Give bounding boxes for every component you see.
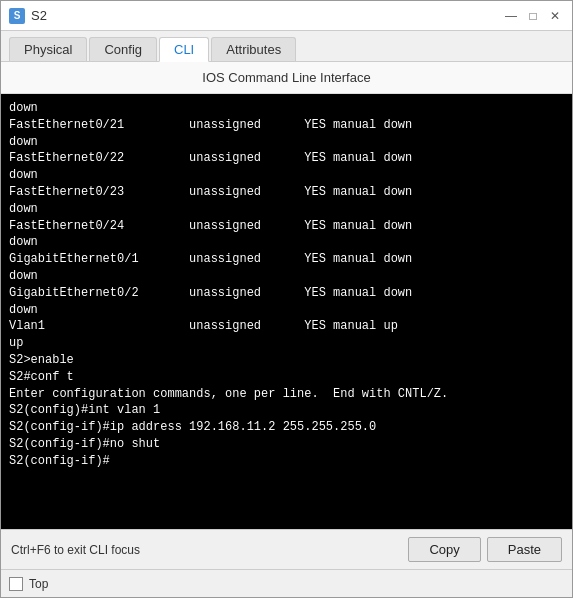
section-title: IOS Command Line Interface xyxy=(1,62,572,94)
bottom-bar: Ctrl+F6 to exit CLI focus Copy Paste xyxy=(1,529,572,569)
cli-hint: Ctrl+F6 to exit CLI focus xyxy=(11,543,140,557)
paste-button[interactable]: Paste xyxy=(487,537,562,562)
maximize-button[interactable]: □ xyxy=(524,7,542,25)
button-group: Copy Paste xyxy=(408,537,562,562)
footer-bar: Top xyxy=(1,569,572,597)
tab-attributes[interactable]: Attributes xyxy=(211,37,296,61)
tab-config[interactable]: Config xyxy=(89,37,157,61)
main-window: S S2 — □ ✕ Physical Config CLI Attribute… xyxy=(0,0,573,598)
tab-bar: Physical Config CLI Attributes xyxy=(1,31,572,62)
terminal-output[interactable]: down FastEthernet0/21 unassigned YES man… xyxy=(1,94,572,529)
content-area: IOS Command Line Interface down FastEthe… xyxy=(1,62,572,529)
copy-button[interactable]: Copy xyxy=(408,537,480,562)
title-controls: — □ ✕ xyxy=(502,7,564,25)
close-button[interactable]: ✕ xyxy=(546,7,564,25)
title-bar: S S2 — □ ✕ xyxy=(1,1,572,31)
top-checkbox[interactable] xyxy=(9,577,23,591)
window-title: S2 xyxy=(31,8,47,23)
top-label: Top xyxy=(29,577,48,591)
title-bar-left: S S2 xyxy=(9,8,47,24)
minimize-button[interactable]: — xyxy=(502,7,520,25)
window-icon: S xyxy=(9,8,25,24)
tab-cli[interactable]: CLI xyxy=(159,37,209,62)
tab-physical[interactable]: Physical xyxy=(9,37,87,61)
terminal-wrapper: down FastEthernet0/21 unassigned YES man… xyxy=(1,94,572,529)
